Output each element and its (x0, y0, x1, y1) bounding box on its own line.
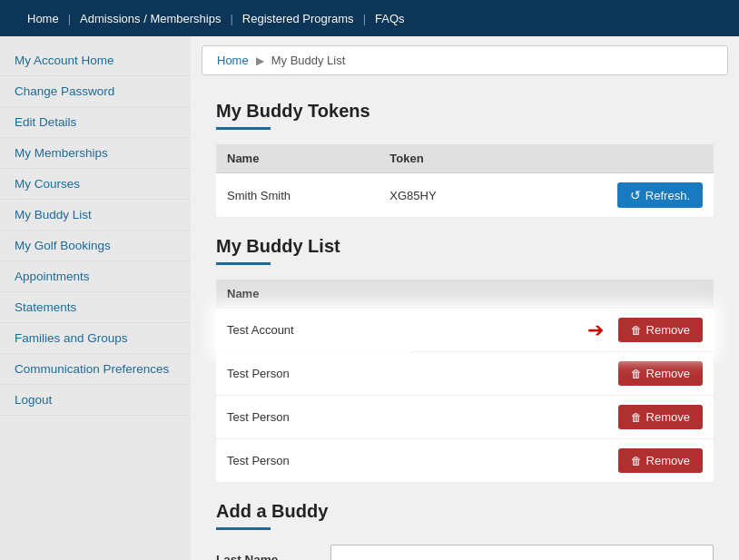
remove-button-3[interactable]: Remove (618, 448, 703, 473)
sidebar-appointments[interactable]: Appointments (0, 261, 191, 292)
breadcrumb: Home ▶ My Buddy List (202, 45, 728, 75)
remove-label-0: Remove (646, 323, 690, 337)
sidebar-communication[interactable]: Communication Preferences (0, 354, 191, 385)
buddy-list-header: Name (216, 280, 714, 309)
buddy-row-2: Test Person Remove (216, 396, 714, 439)
breadcrumb-arrow: ▶ (256, 54, 264, 67)
buddy-row-0: Test Account ➔ Remove (216, 309, 714, 353)
tokens-title: My Buddy Tokens (216, 101, 714, 122)
tokens-table-row: Smith Smith XG85HY Refresh. (216, 173, 714, 218)
top-nav: Home | Admissions / Memberships | Regist… (0, 0, 739, 36)
tokens-col-token: Token (379, 144, 509, 173)
nav-programs[interactable]: Registered Programs (233, 12, 363, 25)
remove-label-2: Remove (646, 410, 690, 424)
sidebar-buddy-list[interactable]: My Buddy List (0, 200, 191, 231)
buddy-name-3: Test Person (216, 439, 411, 483)
add-buddy-title: Add a Buddy (216, 501, 714, 522)
refresh-button[interactable]: Refresh. (617, 182, 703, 208)
buddy-row-3: Test Person Remove (216, 439, 714, 483)
sidebar-families[interactable]: Families and Groups (0, 323, 191, 354)
sidebar-account-home[interactable]: My Account Home (0, 45, 191, 76)
page-layout: My Account Home Change Password Edit Det… (0, 36, 739, 560)
last-name-row: Last Name (216, 545, 714, 560)
buddy-list-section: My Buddy List Name Test Account ➔ (216, 236, 714, 483)
nav-home[interactable]: Home (18, 12, 68, 25)
buddy-action-0: ➔ Remove (411, 309, 714, 352)
buddy-name-0: Test Account (216, 309, 411, 353)
buddy-row-1: Test Person Remove (216, 352, 714, 396)
breadcrumb-current: My Buddy List (271, 54, 346, 67)
tokens-section: My Buddy Tokens Name Token Smith Smith (216, 101, 714, 218)
buddy-col-name: Name (216, 280, 411, 309)
buddy-action-3: Remove (411, 439, 714, 483)
sidebar: My Account Home Change Password Edit Det… (0, 36, 191, 560)
trash-icon-3 (631, 454, 642, 467)
nav-admissions[interactable]: Admissions / Memberships (71, 12, 230, 25)
sidebar-edit-details[interactable]: Edit Details (0, 107, 191, 138)
tokens-table-header: Name Token (216, 144, 714, 173)
tokens-col-name: Name (216, 144, 379, 173)
buddy-list-table: Name Test Account ➔ Remove (216, 280, 714, 483)
buddy-list-title-underline (216, 262, 271, 265)
tokens-title-underline (216, 127, 271, 130)
remove-label-1: Remove (646, 367, 690, 380)
sidebar-statements[interactable]: Statements (0, 292, 191, 323)
buddy-name-1: Test Person (216, 352, 411, 396)
trash-icon-2 (631, 410, 642, 424)
breadcrumb-home[interactable]: Home (217, 54, 249, 67)
remove-button-1[interactable]: Remove (618, 361, 703, 386)
arrow-indicator: ➔ (587, 319, 604, 342)
buddy-list-title: My Buddy List (216, 236, 714, 257)
trash-icon-1 (631, 367, 642, 380)
buddy-action-2: Remove (411, 396, 714, 439)
buddy-col-action (411, 280, 714, 309)
sidebar-memberships[interactable]: My Memberships (0, 138, 191, 169)
buddy-action-1: Remove (411, 352, 714, 396)
remove-button-2[interactable]: Remove (618, 405, 703, 429)
add-buddy-underline (216, 527, 271, 530)
token-value: XG85HY (379, 173, 509, 218)
sidebar-courses[interactable]: My Courses (0, 169, 191, 200)
sidebar-golf-bookings[interactable]: My Golf Bookings (0, 231, 191, 261)
buddy-name-2: Test Person (216, 396, 411, 439)
tokens-table: Name Token Smith Smith XG85HY (216, 144, 714, 218)
sidebar-logout[interactable]: Logout (0, 385, 191, 416)
refresh-label: Refresh. (645, 189, 690, 202)
token-action: Refresh. (509, 173, 714, 218)
remove-label-3: Remove (646, 454, 690, 467)
sidebar-change-password[interactable]: Change Password (0, 76, 191, 107)
trash-icon-0 (631, 323, 642, 337)
token-name: Smith Smith (216, 173, 379, 218)
tokens-col-action (509, 144, 714, 173)
last-name-input[interactable] (330, 545, 714, 560)
refresh-icon (630, 188, 641, 202)
last-name-label: Last Name (216, 553, 316, 561)
remove-button-0[interactable]: Remove (618, 318, 703, 342)
nav-faqs[interactable]: FAQs (366, 12, 414, 25)
add-buddy-section: Add a Buddy Last Name Buddy Token (216, 501, 714, 560)
content-area: My Buddy Tokens Name Token Smith Smith (202, 86, 728, 560)
main-content: Home ▶ My Buddy List My Buddy Tokens Nam… (191, 36, 739, 560)
